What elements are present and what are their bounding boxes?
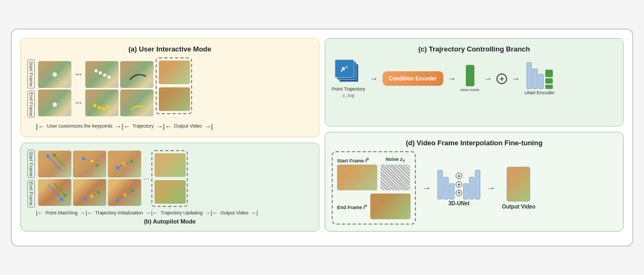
arrow-4: →: [511, 74, 520, 84]
panel-a: (a) User Interactive Mode Start Frame En…: [20, 38, 319, 137]
img-b-end-2: [73, 179, 106, 206]
label-point-matching: Point Matching: [43, 210, 80, 215]
point-traj-label: Point Trajectory: [332, 86, 365, 92]
svg-line-20: [48, 184, 62, 199]
label-keypoints: User customizes the keypoints: [45, 123, 114, 129]
start-frame-label-b: Start Frame: [27, 150, 35, 179]
ellipsis-a-1: ···: [73, 61, 84, 88]
img-a-end-2: [85, 90, 119, 116]
frames-stack-area: Point Trajectory c_traj: [332, 60, 365, 98]
bracket-end-a: →|: [204, 122, 213, 130]
plus-circle-1: +: [496, 73, 507, 84]
svg-point-1: [94, 69, 98, 72]
arrow-d-2: →: [487, 183, 495, 193]
end-frame-label-b: End Frame: [27, 180, 35, 207]
output-video-area: Output Video: [502, 167, 536, 210]
img-b-end-1: [38, 179, 71, 206]
img-b-start-2: [73, 151, 106, 177]
panel-c: (c) Trajrectory Controlling Branch: [325, 38, 624, 127]
arrow-1: →: [370, 74, 378, 84]
output-video-img: [507, 167, 530, 202]
output-box-a: [156, 57, 192, 114]
svg-point-26: [97, 191, 100, 194]
svg-point-30: [342, 67, 345, 70]
svg-point-31: [346, 66, 348, 68]
svg-point-9: [106, 105, 109, 108]
green-box-1: [466, 65, 474, 86]
img-a-end-3: [120, 90, 153, 116]
svg-line-10: [48, 156, 62, 171]
unet-encoder-label: UNet Encoder: [524, 90, 555, 95]
main-diagram: (a) User Interactive Mode Start Frame En…: [11, 28, 633, 247]
panel-b-title: (b) Autopilot Mode: [27, 218, 312, 225]
panel-d: (d) Video Frame Interpolation Fine-tunin…: [325, 132, 624, 232]
start-frame-label-a: Start Frame: [27, 60, 35, 88]
img-a-end-1: [38, 90, 71, 116]
img-b-end-3: [108, 179, 141, 206]
label-traj-update: Trajectory Updating: [158, 210, 204, 215]
bracket-left-a: |←: [36, 122, 45, 130]
panel-c-title: (c) Trajrectory Controlling Branch: [332, 45, 617, 53]
label-trajectory: Trajectory: [130, 123, 156, 129]
svg-point-0: [53, 72, 57, 77]
svg-point-12: [46, 154, 49, 158]
img-b-start-1: [38, 151, 71, 177]
svg-point-6: [93, 104, 97, 107]
output-img-b-1: [155, 153, 186, 177]
output-video-label: Output Video: [502, 204, 536, 210]
label-traj-init: Trajectory Initialization: [93, 210, 145, 215]
panel-a-title: (a) User Interactive Mode: [27, 45, 312, 53]
end-frame-d-img: [370, 194, 411, 219]
svg-point-22: [60, 198, 63, 201]
svg-point-7: [98, 106, 101, 109]
bracket-right-a2: →|←: [156, 122, 172, 130]
img-a-start-3: [120, 61, 153, 88]
svg-point-8: [102, 107, 105, 110]
panel-b: Start Frame End Frame: [20, 143, 319, 232]
start-frame-d-img: [337, 165, 377, 190]
img-a-start-1: [38, 61, 71, 88]
unet-3d-area: + + + 3D-UNet: [437, 170, 480, 206]
unet-3d-label: 3D-UNet: [448, 200, 469, 206]
output-img-a-1: [159, 61, 190, 84]
right-section: (c) Trajrectory Controlling Branch: [325, 38, 624, 232]
arrow-d-1: →: [422, 183, 431, 193]
output-img-a-2: [159, 87, 190, 111]
noise-label: Noise zT: [385, 157, 405, 163]
start-frame-d-label: Start Frame I0: [337, 157, 369, 163]
output-img-b-2: [155, 180, 186, 204]
arrow-3: →: [484, 74, 492, 84]
arrow-2: →: [448, 74, 456, 84]
vfi-frames-box: Start Frame I0 Noise zT End Frame In: [332, 151, 416, 225]
condition-encoder: Condition Encoder: [383, 71, 443, 86]
svg-point-32: [341, 70, 343, 72]
img-b-start-3: [108, 151, 141, 177]
svg-point-5: [53, 102, 57, 107]
label-output-a: Output Video: [172, 123, 204, 129]
label-output-b: Output Video: [218, 210, 250, 215]
end-frame-label-a: End Frame: [27, 91, 35, 118]
zero-conv-label: zero-conv: [460, 87, 479, 92]
svg-point-23: [63, 194, 67, 197]
svg-point-3: [103, 73, 106, 77]
output-box-b: [151, 150, 188, 207]
svg-point-2: [99, 71, 102, 75]
end-frame-d-label: End Frame In: [337, 203, 367, 210]
left-section: (a) User Interactive Mode Start Frame En…: [20, 38, 319, 232]
svg-point-13: [53, 153, 56, 157]
ellipsis-a-2: ···: [73, 90, 84, 116]
noise-img: [380, 165, 410, 190]
svg-point-4: [107, 76, 111, 79]
img-a-start-2: [85, 61, 119, 88]
ctraj-label: c_traj: [342, 93, 354, 98]
bracket-right-a1: →|←: [114, 122, 130, 130]
panel-d-title: (d) Video Frame Interpolation Fine-tunin…: [332, 139, 617, 147]
